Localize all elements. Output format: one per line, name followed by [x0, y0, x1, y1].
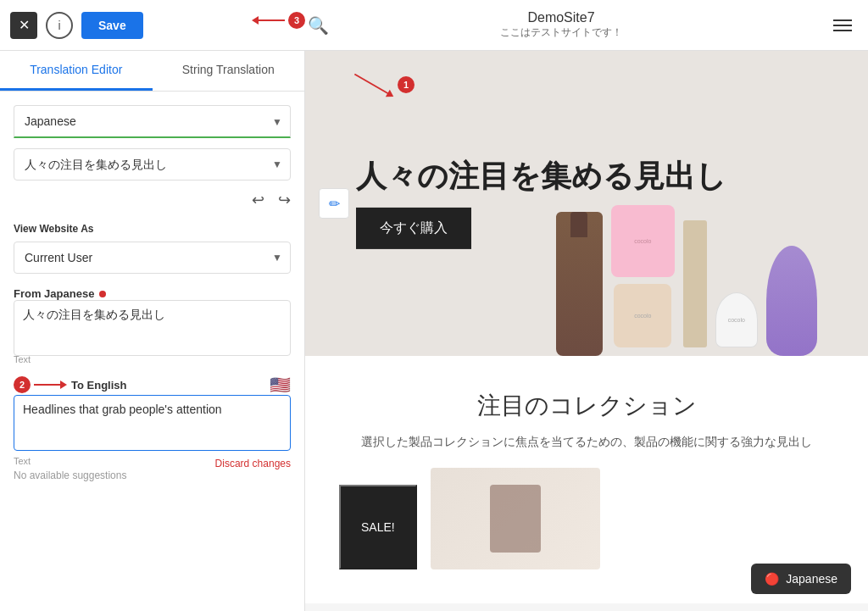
translation-textarea[interactable]: Headlines that grab people's attention [14, 395, 291, 451]
from-section: From Japanese 人々の注目を集める見出し Text [14, 287, 291, 364]
to-english-row: 2 To English 🇺🇸 [14, 375, 291, 395]
edit-overlay-button[interactable]: ✏ [319, 188, 349, 219]
top-bar-center: DemoSite7 ここはテストサイトです！ [305, 10, 817, 40]
undo-button[interactable]: ↩ [252, 191, 264, 209]
us-flag-icon: 🇺🇸 [270, 375, 291, 395]
hero-heading: 人々の注目を集める見出し [356, 158, 726, 194]
annotation-badge-1: 1 [398, 76, 415, 93]
string-select[interactable]: 人々の注目を集める見出し [14, 148, 291, 181]
tabs: Translation Editor String Translation [0, 51, 304, 92]
language-select[interactable]: Japanese English Spanish [14, 105, 291, 138]
content-title: 注目のコレクション [322, 390, 851, 422]
tab-string-translation[interactable]: String Translation [153, 51, 305, 91]
top-bar-right [817, 19, 868, 31]
left-panel: Translation Editor String Translation Ja… [0, 51, 305, 611]
language-badge[interactable]: 🔴 Japanese [751, 564, 851, 594]
close-button[interactable]: ✕ [10, 12, 37, 39]
translation-fields: From Japanese 人々の注目を集める見出し Text 2 [0, 284, 304, 495]
annotation-badge-3: 3 [288, 12, 305, 29]
view-website-section: View Website As Current User Admin Guest… [0, 223, 304, 284]
lang-badge-label: Japanese [786, 572, 837, 586]
hero-cta-button[interactable]: 今すぐ購入 [356, 208, 471, 249]
user-select-wrapper: Current User Admin Guest ▼ [14, 242, 291, 274]
no-suggestions-text: No available suggestions [14, 469, 291, 481]
save-button[interactable]: Save [81, 12, 143, 39]
user-select[interactable]: Current User Admin Guest [14, 242, 291, 274]
lang-flag-icon: 🔴 [765, 572, 779, 586]
redo-button[interactable]: ↪ [278, 191, 291, 209]
to-type-label: Text [14, 456, 31, 466]
site-subtitle: ここはテストサイトです！ [500, 25, 622, 40]
view-website-label: View Website As [14, 223, 291, 235]
site-title: DemoSite7 [527, 10, 594, 25]
from-label: From Japanese [14, 287, 291, 300]
right-panel: ✏ 1 人々の注目を集める見出し 今すぐ購入 [305, 51, 868, 611]
required-dot [99, 291, 106, 297]
to-section: 2 To English 🇺🇸 Headlines that grab peop… [14, 375, 291, 481]
hero-text-area: 人々の注目を集める見出し 今すぐ購入 [356, 158, 726, 249]
hero-section: ✏ 1 人々の注目を集める見出し 今すぐ購入 [305, 51, 868, 356]
source-text-area: 人々の注目を集める見出し [14, 300, 291, 356]
panel-content: Japanese English Spanish ▼ 人々の注目を集める見出し … [0, 92, 304, 223]
top-bar-left: ✕ i Save 3 [0, 12, 305, 39]
to-english-label: To English [71, 379, 126, 392]
string-select-wrapper: 人々の注目を集める見出し ▼ [14, 148, 291, 181]
undo-redo-row: ↩ ↪ [14, 191, 291, 209]
discard-changes-link[interactable]: Discard changes [215, 458, 291, 469]
content-desc: 選択した製品コレクションに焦点を当てるための、製品の機能に関する強力な見出し [322, 432, 851, 451]
language-select-wrapper: Japanese English Spanish ▼ [14, 105, 291, 138]
annotation-badge-2: 2 [14, 376, 31, 393]
tab-translation-editor[interactable]: Translation Editor [0, 51, 153, 91]
main-area: Translation Editor String Translation Ja… [0, 51, 868, 611]
search-icon[interactable]: 🔍 [308, 15, 329, 36]
top-bar: ✕ i Save 3 🔍 DemoSite7 ここはテストサイトです！ [0, 0, 868, 51]
sale-button[interactable]: SALE! [339, 485, 417, 569]
info-button[interactable]: i [46, 12, 73, 39]
hamburger-menu[interactable] [833, 19, 852, 31]
